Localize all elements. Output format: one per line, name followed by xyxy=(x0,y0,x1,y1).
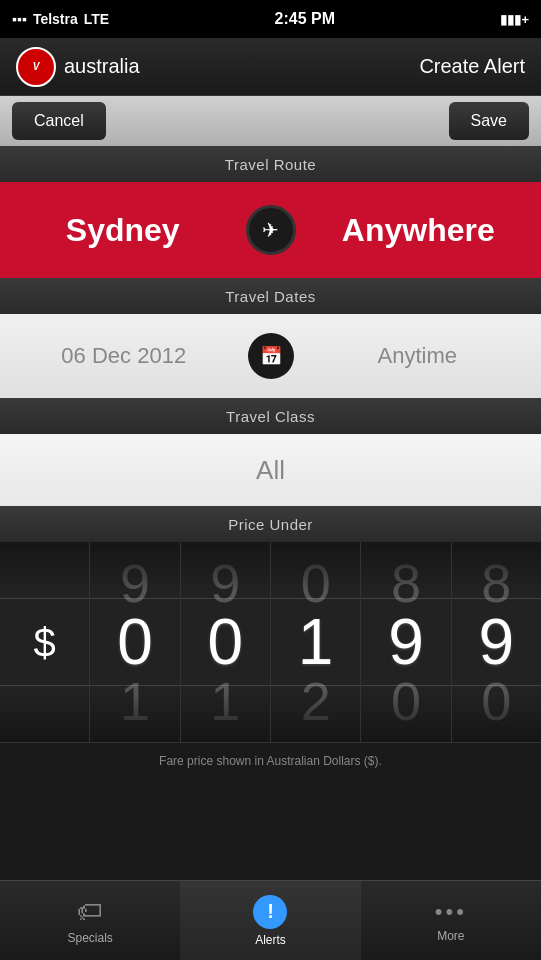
signal-bars: ▪▪▪ xyxy=(12,11,27,27)
plane-icon: ✈ xyxy=(262,218,279,242)
roller-col-symbol: $ xyxy=(0,542,90,742)
nav-header: V australia Create Alert xyxy=(0,38,541,96)
travel-class-selector[interactable]: All xyxy=(0,434,541,506)
price-roller[interactable]: $ 9 0 1 9 0 1 0 1 2 8 9 0 xyxy=(0,542,541,742)
roller-col-1[interactable]: 9 0 1 xyxy=(181,542,271,742)
network-type: LTE xyxy=(84,11,109,27)
travel-class-label: Travel Class xyxy=(0,398,541,434)
time-display: 2:45 PM xyxy=(275,10,335,28)
tab-bar: 🏷 Specials ! Alerts ••• More xyxy=(0,880,541,960)
roller-digit-above-1: 9 xyxy=(210,556,240,610)
class-value: All xyxy=(256,455,285,486)
fare-note: Fare price shown in Australian Dollars (… xyxy=(0,742,541,778)
roller-digit-above-3: 8 xyxy=(391,556,421,610)
destination-city[interactable]: Anywhere xyxy=(296,212,542,249)
date-divider: 📅 xyxy=(248,333,294,379)
origin-city[interactable]: Sydney xyxy=(0,212,246,249)
roller-digit-above-2: 0 xyxy=(301,556,331,610)
departure-date[interactable]: 06 Dec 2012 xyxy=(0,343,248,369)
action-bar: Cancel Save xyxy=(0,96,541,146)
cancel-button[interactable]: Cancel xyxy=(12,102,106,140)
status-bar: ▪▪▪ Telstra LTE 2:45 PM ▮▮▮+ xyxy=(0,0,541,38)
return-date[interactable]: Anytime xyxy=(294,343,542,369)
roller-col-3[interactable]: 8 9 0 xyxy=(361,542,451,742)
brand-name: australia xyxy=(64,55,140,78)
status-left: ▪▪▪ Telstra LTE xyxy=(12,11,109,27)
roller-digit-main-3: 9 xyxy=(388,610,424,674)
roller-digit-main-2: 1 xyxy=(298,610,334,674)
page-title: Create Alert xyxy=(419,55,525,78)
save-button[interactable]: Save xyxy=(449,102,529,140)
more-icon: ••• xyxy=(435,899,467,925)
roller-digit-main-0: 0 xyxy=(117,610,153,674)
roller-col-4[interactable]: 8 9 0 xyxy=(452,542,541,742)
roller-col-0[interactable]: 9 0 1 xyxy=(90,542,180,742)
roller-digit-main-1: 0 xyxy=(208,610,244,674)
travel-route-row[interactable]: Sydney ✈ Anywhere xyxy=(0,182,541,278)
carrier-label: Telstra xyxy=(33,11,78,27)
price-under-label: Price Under xyxy=(0,506,541,542)
tab-alerts[interactable]: ! Alerts xyxy=(180,881,360,960)
roller-digit-main-4: 9 xyxy=(479,610,515,674)
calendar-icon: 📅 xyxy=(260,345,282,367)
logo-area: V australia xyxy=(16,47,140,87)
roller-digit-below-2: 2 xyxy=(301,674,331,728)
roller-digit-below-1: 1 xyxy=(210,674,240,728)
tab-more-label: More xyxy=(437,929,464,943)
alert-icon: ! xyxy=(253,895,287,929)
tab-specials-label: Specials xyxy=(67,931,112,945)
currency-symbol: $ xyxy=(34,620,56,665)
roller-digit-below-3: 0 xyxy=(391,674,421,728)
roller-digit-below-4: 0 xyxy=(481,674,511,728)
travel-dates-row[interactable]: 06 Dec 2012 📅 Anytime xyxy=(0,314,541,398)
virgin-logo: V xyxy=(16,47,56,87)
tab-specials[interactable]: 🏷 Specials xyxy=(0,881,180,960)
roller-digit-above-0: 9 xyxy=(120,556,150,610)
tab-more[interactable]: ••• More xyxy=(361,881,541,960)
tag-icon: 🏷 xyxy=(77,896,103,927)
travel-route-label: Travel Route xyxy=(0,146,541,182)
tab-alerts-label: Alerts xyxy=(255,933,286,947)
roller-digit-above-4: 8 xyxy=(481,556,511,610)
route-divider: ✈ xyxy=(246,205,296,255)
battery-icon: ▮▮▮+ xyxy=(500,12,529,27)
roller-col-2[interactable]: 0 1 2 xyxy=(271,542,361,742)
travel-dates-label: Travel Dates xyxy=(0,278,541,314)
roller-digit-below-0: 1 xyxy=(120,674,150,728)
